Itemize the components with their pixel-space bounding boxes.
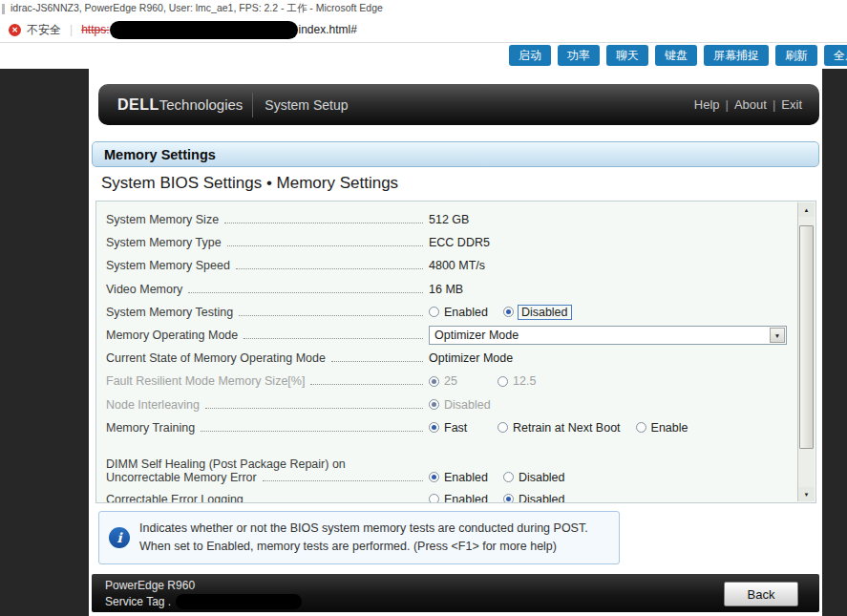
about-link[interactable]: About: [734, 97, 767, 112]
info-text: Indicates whether or not the BIOS system…: [139, 520, 588, 556]
setting-label-wrap: Correctable Error Logging: [106, 493, 429, 503]
radio-disabled[interactable]: Disabled: [503, 471, 565, 484]
menu-separator: |: [726, 97, 729, 112]
setting-label-wrap: Memory Training: [106, 421, 429, 435]
info-line-2: When set to Enabled, memory tests are pe…: [139, 538, 588, 556]
service-tag-label: Service Tag .: [105, 595, 171, 608]
not-secure-label[interactable]: 不安全: [27, 22, 61, 38]
setting-value-area: EnabledDisabled: [429, 493, 791, 503]
radio-25: 25: [429, 374, 482, 388]
menu-separator: |: [773, 97, 775, 112]
settings-row: Correctable Error LoggingEnabledDisabled: [106, 488, 791, 503]
chat-button[interactable]: 聊天: [606, 45, 648, 66]
model-name: PowerEdge R960: [105, 579, 195, 592]
radio-label: 12.5: [513, 374, 536, 388]
service-tag-redaction: [176, 594, 302, 609]
setting-value: ECC DDR5: [429, 236, 490, 249]
settings-row: System Memory TypeECC DDR5: [106, 231, 791, 254]
help-link[interactable]: Help: [694, 97, 720, 112]
setting-value-area: EnabledDisabled: [429, 306, 791, 319]
radio-label: Disabled: [519, 306, 571, 319]
radio-icon: [429, 307, 439, 317]
setting-label-wrap: Memory Operating Mode: [106, 329, 429, 342]
setting-label-wrap: DIMM Self Healing (Post Package Repair) …: [106, 457, 429, 484]
back-button[interactable]: Back: [724, 582, 798, 606]
dotted-leader: [249, 501, 423, 503]
setting-value-area: 16 MB: [429, 283, 791, 296]
setting-label-line2: Uncorrectable Memory Error: [106, 471, 429, 484]
address-bar[interactable]: ✕ 不安全 | https: index.html#: [0, 17, 847, 43]
radio-disabled[interactable]: Disabled: [503, 306, 571, 319]
dell-logo: DELL Technologies: [117, 96, 243, 114]
scroll-down-icon[interactable]: ▼: [798, 487, 815, 501]
radio-icon: [636, 422, 646, 433]
radio-icon: [429, 494, 439, 503]
memory-operating-mode-select[interactable]: Optimizer Mode▼: [429, 326, 787, 345]
scrollbar[interactable]: ▲ ▼: [797, 202, 815, 501]
console-toolbar: 启动功率聊天键盘屏幕捕捉刷新全屏虚拟介质断开查看器连接: [509, 45, 847, 66]
setting-label-wrap: Current State of Memory Operating Mode: [106, 351, 429, 365]
url-redaction: [110, 21, 298, 39]
radio-enabled[interactable]: Enabled: [429, 493, 488, 503]
setting-value: 4800 MT/s: [429, 259, 485, 272]
setup-header: DELL Technologies System Setup Help|Abou…: [98, 84, 819, 125]
dotted-leader: [310, 383, 423, 385]
dotted-leader: [236, 267, 423, 269]
setting-value-area: Disabled: [429, 398, 791, 412]
setting-label: Current State of Memory Operating Mode: [106, 351, 326, 365]
setting-label-wrap: System Memory Speed: [106, 259, 429, 272]
scrollbar-thumb[interactable]: [799, 225, 814, 449]
url-suffix[interactable]: index.html#: [298, 23, 356, 36]
radio-label: Enabled: [444, 306, 488, 319]
settings-row: Current State of Memory Operating ModeOp…: [106, 347, 791, 370]
radio-icon: [429, 376, 439, 387]
radio-enable[interactable]: Enable: [636, 421, 689, 435]
fullscreen-button[interactable]: 全屏: [824, 45, 847, 66]
radio-fast[interactable]: Fast: [429, 421, 482, 435]
radio-icon: [429, 422, 439, 433]
dotted-leader: [205, 407, 423, 409]
radio-icon: [429, 472, 439, 482]
radio-disabled[interactable]: Disabled: [503, 493, 565, 503]
setting-label: Memory Training: [106, 421, 195, 435]
radio-icon: [498, 376, 508, 387]
setting-value-area: 512 GB: [429, 213, 791, 226]
page-title-bar: Memory Settings: [92, 141, 819, 167]
boot-button[interactable]: 启动: [509, 45, 551, 66]
dotted-leader: [263, 479, 423, 481]
setting-value-area: Optimizer Mode: [429, 351, 791, 365]
scroll-up-icon[interactable]: ▲: [798, 202, 815, 217]
radio-label: Fast: [444, 421, 467, 435]
setting-label: Uncorrectable Memory Error: [106, 471, 257, 484]
settings-row: System Memory Speed4800 MT/s: [106, 254, 791, 277]
settings-row: System Memory Size512 GB: [106, 208, 791, 231]
radio-enabled[interactable]: Enabled: [429, 306, 488, 319]
settings-row: DIMM Self Healing (Post Package Repair) …: [106, 439, 791, 488]
info-line-1: Indicates whether or not the BIOS system…: [139, 520, 588, 538]
radio-label: Disabled: [519, 471, 565, 484]
breadcrumb: System BIOS Settings • Memory Settings: [101, 174, 398, 193]
keyboard-button[interactable]: 键盘: [655, 45, 697, 66]
service-tag: Service Tag .: [105, 594, 302, 609]
radio-enabled[interactable]: Enabled: [429, 471, 488, 484]
radio-label: Retrain at Next Boot: [513, 421, 621, 435]
radio-retrain-at-next-boot[interactable]: Retrain at Next Boot: [498, 421, 621, 435]
window-titlebar: idrac-JS6NNZ3, PowerEdge R960, User: lmc…: [0, 0, 847, 17]
setting-label-wrap: System Memory Testing: [106, 306, 429, 319]
dell-logo-subtext: Technologies: [159, 96, 244, 113]
power-button[interactable]: 功率: [558, 45, 600, 66]
exit-link[interactable]: Exit: [781, 97, 802, 112]
setting-label: System Memory Testing: [106, 306, 233, 319]
setting-label: Video Memory: [106, 283, 182, 296]
setting-value-area: FastRetrain at Next BootEnable: [429, 421, 791, 435]
radio-label: Disabled: [519, 493, 565, 503]
settings-row: System Memory TestingEnabledDisabled: [106, 301, 791, 324]
dropdown-arrow-icon[interactable]: ▼: [770, 328, 785, 343]
dotted-leader: [201, 430, 423, 432]
not-secure-icon: ✕: [9, 24, 21, 36]
radio-label: Enabled: [444, 471, 488, 484]
system-setup-page: DELL Technologies System Setup Help|Abou…: [89, 69, 822, 616]
screen-capture-button[interactable]: 屏幕捕捉: [704, 45, 769, 66]
settings-panel: System Memory Size512 GBSystem Memory Ty…: [95, 201, 816, 503]
refresh-button[interactable]: 刷新: [775, 45, 817, 66]
